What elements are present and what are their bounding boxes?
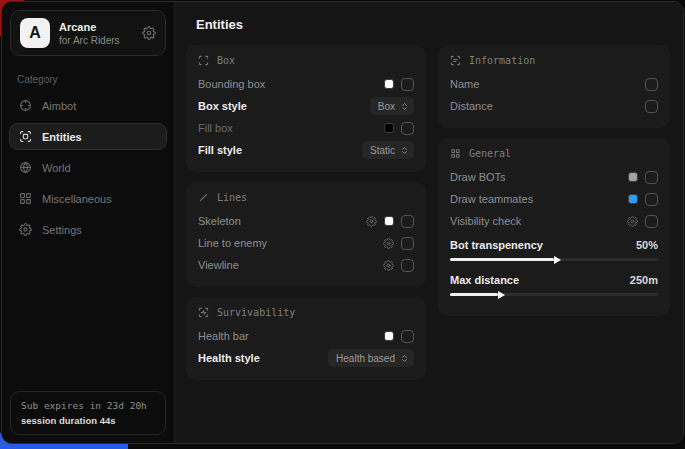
left-column: Box Bounding box Box style Box: [186, 45, 426, 380]
panel-information: Information Name Distance: [438, 45, 670, 128]
sidebar-item-label: Settings: [42, 224, 82, 236]
row-label: Fill style: [198, 144, 242, 156]
row-label: Health bar: [198, 330, 249, 342]
row-line-to-enemy: Line to enemy: [198, 232, 414, 254]
row-fill-box: Fill box: [198, 117, 414, 139]
slider-label: Max distance: [450, 274, 519, 286]
panel-box-header: Box: [198, 55, 414, 66]
name-checkbox[interactable]: [645, 78, 658, 91]
panel-columns: Box Bounding box Box style Box: [186, 45, 670, 380]
draw-bots-checkbox[interactable]: [645, 171, 658, 184]
gear-icon[interactable]: [366, 216, 377, 227]
sidebar-item-entities[interactable]: Entities: [9, 123, 167, 150]
sidebar-item-miscellaneous[interactable]: Miscellaneous: [9, 185, 167, 212]
color-swatch[interactable]: [384, 331, 394, 341]
row-label: Fill box: [198, 122, 233, 134]
row-bounding-box: Bounding box: [198, 73, 414, 95]
row-draw-bots: Draw BOTs: [450, 166, 658, 188]
row-label: Skeleton: [198, 215, 241, 227]
logo-card: A Arcane for Arc Riders: [10, 10, 166, 56]
row-label: Visibility check: [450, 215, 521, 227]
max-distance-slider[interactable]: [450, 293, 658, 296]
health-bar-checkbox[interactable]: [401, 330, 414, 343]
info-brackets-icon: [450, 55, 461, 66]
panel-general-header: General: [450, 148, 658, 159]
layout-grid-icon: [450, 148, 461, 159]
bot-transparency-slider[interactable]: [450, 258, 658, 261]
main-content: Entities Box Bounding box: [175, 2, 683, 443]
slider-fill: [450, 293, 498, 296]
slider-value: 50%: [636, 239, 658, 251]
row-health-style: Health style Health based: [198, 347, 414, 369]
gear-icon[interactable]: [627, 216, 638, 227]
chevrons-up-down-icon: [400, 146, 409, 155]
page-title: Entities: [186, 15, 670, 45]
app-window: A Arcane for Arc Riders Category Aimbot: [1, 1, 684, 444]
panel-title: General: [469, 148, 511, 159]
row-draw-teammates: Draw teammates: [450, 188, 658, 210]
row-fill-style: Fill style Static: [198, 139, 414, 161]
color-swatch[interactable]: [628, 172, 638, 182]
distance-checkbox[interactable]: [645, 100, 658, 113]
line-to-enemy-checkbox[interactable]: [401, 237, 414, 250]
box-style-dropdown[interactable]: Box: [370, 97, 414, 115]
panel-title: Lines: [217, 192, 247, 203]
color-swatch[interactable]: [384, 123, 394, 133]
color-swatch[interactable]: [384, 216, 394, 226]
row-box-style: Box style Box: [198, 95, 414, 117]
dropdown-value: Health based: [336, 353, 395, 364]
slash-line-icon: [198, 192, 209, 203]
row-label: Draw BOTs: [450, 171, 506, 183]
health-style-dropdown[interactable]: Health based: [328, 349, 414, 367]
sidebar-item-settings[interactable]: Settings: [9, 216, 167, 243]
row-viewline: Viewline: [198, 254, 414, 276]
app-subtitle: for Arc Riders: [59, 35, 120, 46]
slider-fill: [450, 258, 554, 261]
sidebar-item-world[interactable]: World: [9, 154, 167, 181]
row-name: Name: [450, 73, 658, 95]
grid-icon: [19, 192, 32, 205]
dropdown-value: Box: [378, 101, 395, 112]
row-skeleton: Skeleton: [198, 210, 414, 232]
row-label: Box style: [198, 100, 247, 112]
visibility-check-checkbox[interactable]: [645, 215, 658, 228]
draw-teammates-checkbox[interactable]: [645, 193, 658, 206]
sidebar: A Arcane for Arc Riders Category Aimbot: [2, 2, 175, 443]
chevrons-up-down-icon: [400, 102, 409, 111]
crosshair-icon: [19, 99, 32, 112]
sidebar-item-label: Aimbot: [42, 100, 76, 112]
color-swatch[interactable]: [384, 79, 394, 89]
viewline-checkbox[interactable]: [401, 259, 414, 272]
fill-box-checkbox[interactable]: [401, 122, 414, 135]
panel-title: Box: [217, 55, 235, 66]
gear-icon: [19, 223, 32, 236]
gear-icon[interactable]: [383, 260, 394, 271]
skeleton-checkbox[interactable]: [401, 215, 414, 228]
panel-information-header: Information: [450, 55, 658, 66]
row-label: Distance: [450, 100, 493, 112]
globe-icon: [19, 161, 32, 174]
settings-gear-icon[interactable]: [142, 26, 156, 40]
row-label: Draw teammates: [450, 193, 533, 205]
logo-text: Arcane for Arc Riders: [59, 21, 120, 46]
panel-lines-header: Lines: [198, 192, 414, 203]
gear-icon[interactable]: [383, 238, 394, 249]
sub-expires-text: Sub expires in 23d 20h: [21, 400, 155, 411]
sidebar-item-aimbot[interactable]: Aimbot: [9, 92, 167, 119]
sidebar-item-label: Entities: [42, 131, 82, 143]
color-swatch[interactable]: [628, 194, 638, 204]
sidebar-nav: Aimbot Entities World Miscellaneous: [2, 90, 174, 245]
bot-transparency-slider-block: Bot transpenency 50%: [450, 235, 658, 261]
row-label: Line to enemy: [198, 237, 267, 249]
app-title: Arcane: [59, 21, 120, 33]
category-label: Category: [2, 64, 174, 90]
slider-value: 250m: [630, 274, 658, 286]
sidebar-item-label: Miscellaneous: [42, 193, 112, 205]
chevrons-up-down-icon: [400, 354, 409, 363]
bounding-box-checkbox[interactable]: [401, 78, 414, 91]
app-logo: A: [20, 18, 50, 48]
fill-style-dropdown[interactable]: Static: [362, 141, 414, 159]
row-label: Bounding box: [198, 78, 265, 90]
max-distance-slider-block: Max distance 250m: [450, 270, 658, 296]
panel-survivability-header: Survivability: [198, 307, 414, 318]
